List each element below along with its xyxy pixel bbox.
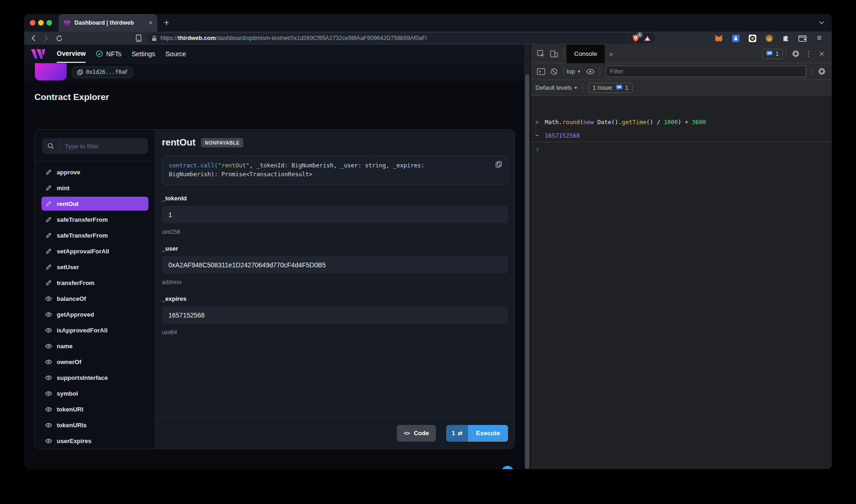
function-list-item[interactable]: getApproved xyxy=(41,307,148,321)
console-prompt-chevron: › xyxy=(535,145,540,153)
function-list-item[interactable]: userExpires xyxy=(41,434,148,448)
reload-button[interactable] xyxy=(55,34,63,42)
brave-shield-icon[interactable]: 1 xyxy=(632,34,639,42)
message-bubble-icon xyxy=(616,85,622,91)
password-extension-icon[interactable] xyxy=(731,34,740,42)
function-list-item[interactable]: ownerOf xyxy=(41,355,148,369)
function-list-item[interactable]: setUser xyxy=(41,260,148,274)
function-list-item[interactable]: approve xyxy=(41,165,148,179)
wallet-icon[interactable] xyxy=(798,34,807,42)
close-window-button[interactable] xyxy=(30,20,35,26)
nav-item-overview[interactable]: Overview xyxy=(57,45,86,63)
mutability-badge: NONPAYABLE xyxy=(201,138,243,147)
chat-widget-button[interactable] xyxy=(502,466,514,469)
console-input-chevron: > xyxy=(535,119,539,126)
reading-mode-icon[interactable] xyxy=(136,34,141,42)
filter-input[interactable] xyxy=(606,68,806,75)
tab-title: Dashboard | thirdweb xyxy=(74,20,145,26)
record-extension-icon[interactable] xyxy=(748,34,756,42)
back-button[interactable] xyxy=(29,34,37,42)
more-tabs-icon[interactable]: » xyxy=(609,50,613,58)
devtools-close-icon[interactable]: ✕ xyxy=(815,48,828,60)
tab-close-icon[interactable]: × xyxy=(149,20,153,26)
minimize-window-button[interactable] xyxy=(38,20,44,26)
page-viewport: Overview NFTs Settings Source xyxy=(24,45,524,469)
parameter-field: _expires uint64 xyxy=(162,295,508,336)
live-expression-eye-icon[interactable] xyxy=(584,66,597,78)
copy-signature-icon[interactable] xyxy=(495,161,502,168)
function-list-item[interactable]: tokenURI xyxy=(41,402,148,416)
page-scrollbar[interactable] xyxy=(524,45,530,469)
thirdweb-logo[interactable] xyxy=(30,48,47,60)
devtools-settings-icon[interactable] xyxy=(789,48,802,60)
function-list-item[interactable]: symbol xyxy=(41,386,148,400)
forward-button[interactable] xyxy=(42,34,50,42)
zoom-window-button[interactable] xyxy=(47,20,52,26)
field-input[interactable] xyxy=(162,306,508,324)
devtools-panel: Console » 1 ⋮ ✕ xyxy=(530,45,832,469)
function-list-item[interactable]: balanceOf xyxy=(41,292,148,305)
pencil-icon xyxy=(45,279,52,286)
function-list-item[interactable]: supportsInterface xyxy=(41,371,148,385)
issues-counter[interactable]: 1 xyxy=(762,49,783,59)
inspect-element-icon[interactable] xyxy=(535,48,548,60)
extensions-row: ≡ xyxy=(715,34,823,42)
function-list-label: tokenURIs xyxy=(57,422,87,429)
page-title: Contract Explorer xyxy=(34,92,109,102)
devtools-menu-icon[interactable]: ⋮ xyxy=(802,48,815,60)
parameter-field: _tokenId uint256 xyxy=(162,195,508,235)
function-list-item[interactable]: transferFrom xyxy=(41,276,148,290)
metamask-icon[interactable] xyxy=(715,34,723,42)
device-toolbar-icon[interactable] xyxy=(548,48,561,60)
contract-logo xyxy=(35,63,67,80)
tab-console[interactable]: Console xyxy=(567,45,605,63)
function-list-item[interactable]: tokenURIs xyxy=(41,418,148,432)
field-label: _expires xyxy=(162,295,508,302)
nav-item-nfts[interactable]: NFTs xyxy=(96,45,121,63)
search-input[interactable] xyxy=(60,143,148,150)
function-list-item[interactable]: isApprovedForAll xyxy=(41,323,148,337)
function-list-item[interactable]: setApprovalForAll xyxy=(41,244,148,258)
nav-item-settings[interactable]: Settings xyxy=(132,45,155,63)
function-list-label: setUser xyxy=(57,264,79,271)
function-list-item[interactable]: rentOut xyxy=(41,197,148,211)
console-settings-icon[interactable] xyxy=(815,66,828,78)
contract-address-badge[interactable]: 0x1d26...f0aF xyxy=(72,66,133,78)
console-sidebar-icon[interactable] xyxy=(535,66,548,78)
browser-tab[interactable]: Dashboard | thirdweb × xyxy=(59,14,157,32)
issues-link[interactable]: 1 Issue: 1 xyxy=(588,83,633,93)
puzzle-extension-icon[interactable] xyxy=(782,34,790,42)
context-selector[interactable]: top▾ xyxy=(567,68,580,75)
code-button[interactable]: <> Code xyxy=(397,425,436,442)
function-list-label: getApproved xyxy=(57,311,94,318)
avatar-extension-icon[interactable] xyxy=(765,34,773,42)
clear-console-icon[interactable] xyxy=(548,66,561,78)
pencil-icon xyxy=(45,200,52,207)
brave-rewards-icon[interactable] xyxy=(644,35,651,41)
function-list-item[interactable]: mint xyxy=(41,181,148,195)
nav-item-source[interactable]: Source xyxy=(166,45,186,63)
field-input[interactable] xyxy=(162,206,508,223)
function-list-item[interactable]: safeTransferFrom xyxy=(41,212,148,226)
eye-icon xyxy=(45,344,52,349)
console-filter[interactable] xyxy=(606,66,806,77)
function-list-item[interactable]: name xyxy=(41,339,148,353)
tab-search-chevron-icon[interactable] xyxy=(819,21,824,25)
default-levels-dropdown[interactable]: Default levels▾ xyxy=(535,84,577,91)
function-search[interactable] xyxy=(42,138,148,154)
function-list-label: tokenURI xyxy=(57,406,83,413)
console-prompt-row[interactable]: › xyxy=(531,142,832,156)
new-tab-button[interactable]: + xyxy=(164,18,169,28)
execute-button[interactable]: Execute xyxy=(468,425,508,442)
url-bar[interactable]: https://thirdweb.com/dashboard/optimism-… xyxy=(147,33,655,43)
field-input[interactable] xyxy=(162,256,508,273)
message-bubble-icon xyxy=(766,51,773,57)
menu-icon[interactable]: ≡ xyxy=(815,34,823,42)
console-log[interactable]: > Math.round(new Date().getTime() / 1000… xyxy=(531,96,832,469)
shield-badge: 1 xyxy=(637,32,642,38)
pencil-icon xyxy=(45,185,52,192)
function-list-item[interactable]: safeTransferFrom xyxy=(41,228,148,242)
function-signature: contract.call("rentOut", _tokenId: BigNu… xyxy=(169,161,467,179)
page-scrollbar-thumb[interactable] xyxy=(525,74,529,469)
tx-count-button[interactable]: 1 ⇄ xyxy=(446,425,468,442)
